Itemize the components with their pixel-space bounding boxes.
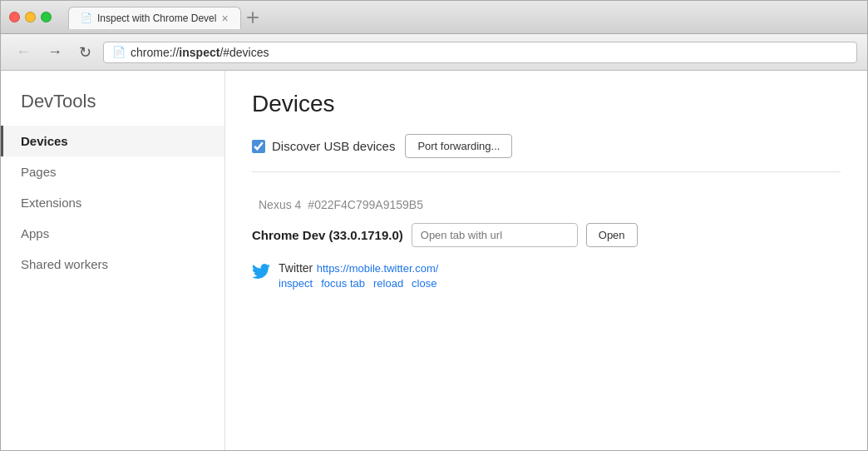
url-display: chrome://inspect/#devices (131, 46, 269, 59)
tab-favicon-icon: 📄 (81, 12, 92, 23)
close-button[interactable] (9, 12, 20, 22)
navigation-bar: ← → ↻ 📄 chrome://inspect/#devices (1, 34, 867, 71)
reload-link[interactable]: reload (373, 277, 403, 290)
device-id: #022F4C799A9159B5 (308, 198, 423, 211)
main-content: Devices Discover USB devices Port forwar… (225, 71, 867, 450)
tab-favicon (252, 262, 270, 280)
maximize-button[interactable] (41, 12, 52, 22)
content-area: DevTools Devices Pages Extensions Apps S… (1, 71, 867, 450)
sidebar-item-devices[interactable]: Devices (1, 126, 224, 156)
tab-actions: inspect focus tab reload close (279, 277, 438, 290)
tab-info: Twitter https://mobile.twitter.com/ insp… (279, 260, 438, 290)
page-icon: 📄 (112, 46, 126, 58)
focus-tab-link[interactable]: focus tab (321, 277, 365, 290)
url-suffix: /#devices (219, 46, 269, 59)
svg-rect-1 (252, 12, 254, 23)
page-title: Devices (252, 91, 841, 117)
close-link[interactable]: close (412, 277, 436, 290)
url-keyword: inspect (179, 46, 219, 59)
address-bar[interactable]: 📄 chrome://inspect/#devices (103, 42, 857, 63)
tab-page-title: Twitter (279, 261, 313, 275)
sidebar: DevTools Devices Pages Extensions Apps S… (1, 71, 225, 450)
tab-title: Inspect with Chrome Devel (97, 12, 216, 24)
inspect-link[interactable]: inspect (279, 277, 313, 290)
traffic-lights (9, 12, 52, 22)
tab-title-row: Twitter https://mobile.twitter.com/ (279, 260, 438, 275)
open-tab-button[interactable]: Open (586, 223, 638, 247)
sidebar-item-extensions[interactable]: Extensions (1, 187, 224, 218)
forward-button[interactable]: → (42, 40, 67, 64)
tab-url-link[interactable]: https://mobile.twitter.com/ (317, 262, 439, 275)
discover-usb-label[interactable]: Discover USB devices (252, 139, 395, 153)
device-name-heading: Nexus 4#022F4C799A9159B5 (252, 189, 841, 215)
tab-close-button[interactable]: × (221, 12, 228, 25)
discover-usb-text: Discover USB devices (272, 139, 395, 153)
discover-usb-checkbox[interactable] (252, 140, 265, 153)
sidebar-item-pages[interactable]: Pages (1, 156, 224, 187)
new-tab-button[interactable] (241, 6, 264, 29)
reload-button[interactable]: ↻ (74, 40, 96, 65)
url-prefix: chrome:// (131, 46, 179, 59)
tab-bar: 📄 Inspect with Chrome Devel × (68, 6, 264, 29)
minimize-button[interactable] (25, 12, 36, 22)
active-tab[interactable]: 📄 Inspect with Chrome Devel × (68, 7, 241, 29)
sidebar-title: DevTools (1, 91, 224, 126)
titlebar: 📄 Inspect with Chrome Devel × (1, 1, 867, 34)
port-forwarding-button[interactable]: Port forwarding... (405, 134, 512, 158)
sidebar-item-apps[interactable]: Apps (1, 218, 224, 249)
device-model: Nexus 4 (259, 198, 301, 211)
device-browser-row: Chrome Dev (33.0.1719.0) Open (252, 223, 841, 247)
back-button[interactable]: ← (11, 40, 36, 64)
tab-entry: Twitter https://mobile.twitter.com/ insp… (252, 260, 841, 290)
browser-name: Chrome Dev (33.0.1719.0) (252, 228, 403, 242)
usb-discover-row: Discover USB devices Port forwarding... (252, 134, 841, 172)
browser-window: 📄 Inspect with Chrome Devel × ← → ↻ 📄 ch… (0, 0, 868, 451)
open-tab-url-input[interactable] (412, 223, 578, 247)
sidebar-item-shared-workers[interactable]: Shared workers (1, 249, 224, 280)
